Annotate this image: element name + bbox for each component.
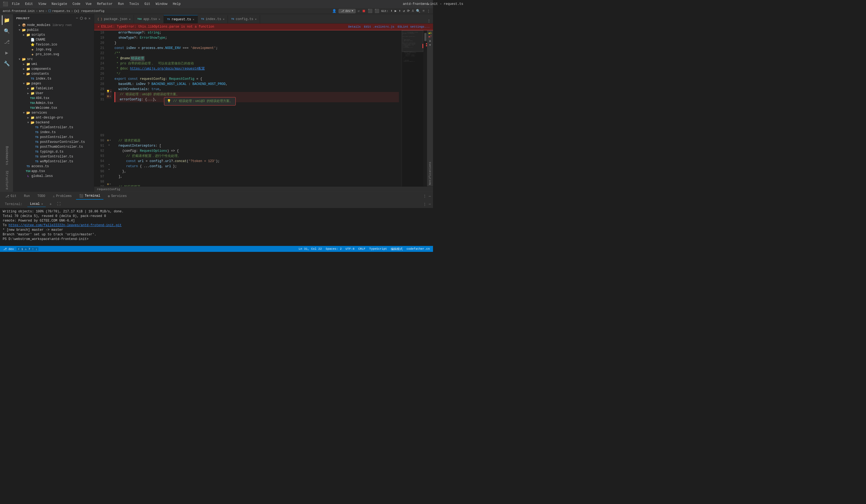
tree-item-components[interactable]: ▶ 📁 components (13, 67, 94, 71)
run-build-icon[interactable]: ⬛ (368, 9, 373, 13)
sidebar-collapse-icon[interactable]: − (76, 16, 78, 21)
activity-search[interactable]: 🔍 (2, 26, 11, 36)
menu-vue[interactable]: Vue (84, 2, 93, 7)
status-errors[interactable]: ⚡ 1 ⚠ 7 ↑ ↓ (16, 247, 38, 251)
menu-run[interactable]: Run (116, 2, 125, 7)
breadcrumb-app[interactable]: antd-frontend-init (3, 10, 35, 13)
tree-item-wxMpController[interactable]: TS wxMpController.ts (13, 159, 94, 164)
tree-item-welcome[interactable]: TSX Welcome.tsx (13, 105, 94, 110)
git-update-icon[interactable]: ⬇ (390, 9, 392, 13)
tree-item-postFavourController[interactable]: TS postFavourController.ts (13, 139, 94, 144)
git-push-icon[interactable]: ▶ (395, 9, 397, 13)
settings-gutter-icon[interactable]: ⚙ (107, 139, 109, 142)
status-language[interactable]: TypeScript (368, 247, 388, 250)
run-debug-icon[interactable]: ⬛ (375, 9, 379, 13)
terminal-tab-local[interactable]: Local ✕ (27, 201, 46, 207)
breadcrumb-symbol[interactable]: {x} requestConfig (74, 10, 104, 13)
menu-navigate[interactable]: Navigate (50, 2, 69, 7)
git-pull-icon[interactable]: ⬆ (399, 9, 401, 13)
refresh-icon[interactable]: ↺ (358, 9, 360, 13)
status-encoding[interactable]: UTF-8 (344, 247, 356, 250)
expand-arrow[interactable]: ▶ (26, 115, 30, 120)
status-spaces[interactable]: Spaces: 2 (324, 247, 343, 250)
tab-close-button[interactable]: ✕ (223, 18, 224, 21)
bottom-tab-todo[interactable]: TODO (34, 193, 48, 199)
tree-item-cname[interactable]: 📄 CNAME (13, 37, 94, 42)
status-line-ending[interactable]: CRLF (357, 247, 366, 250)
expand-arrow[interactable]: ▼ (17, 28, 22, 32)
fold-icon[interactable]: ▾ (108, 144, 110, 147)
tree-item-global-less[interactable]: L global.less (13, 174, 94, 179)
bottom-tab-git[interactable]: ⎇ Git (2, 193, 20, 199)
tab-more-icon[interactable]: ⋮ (427, 19, 431, 23)
settings-gutter-icon[interactable]: ⚙ (107, 183, 109, 186)
terminal-minimize-icon[interactable]: — (429, 194, 431, 198)
activity-debug[interactable]: ▶ (2, 48, 11, 57)
tab-close-button[interactable]: ✕ (129, 18, 131, 21)
status-line-col[interactable]: Ln 31, Col 22 (297, 247, 323, 250)
activity-structure[interactable]: Structure (2, 169, 11, 192)
branch-selector[interactable]: ⎇ dev ▼ (338, 9, 356, 13)
sidebar-header[interactable]: PROJECT − ⬡ ⚙ ✕ (13, 14, 94, 23)
menu-git[interactable]: Git (143, 2, 152, 7)
tab-request-ts[interactable]: TS request.ts ✕ (164, 15, 198, 23)
bottom-tab-problems[interactable]: ⚠ Problems (49, 193, 75, 199)
notifications-icon[interactable]: Notifications (429, 162, 432, 185)
tree-item-backend-index[interactable]: TS index.ts (13, 130, 94, 135)
tree-item-app-tsx[interactable]: TSX app.tsx (13, 169, 94, 174)
expand-arrow[interactable]: ▼ (22, 72, 26, 76)
expand-terminal-button[interactable]: ⛶ (55, 201, 62, 207)
expand-arrow[interactable]: ▶ (17, 23, 22, 27)
fold-icon[interactable]: ▾ (109, 183, 111, 186)
run-stop-icon[interactable]: ⏹ (362, 9, 366, 13)
breadcrumb-file[interactable]: {} request.ts (48, 10, 70, 13)
tree-item-antd-design-pro[interactable]: ▶ 📁 ant-design-pro (13, 115, 94, 120)
fold-icon[interactable]: ▾ (109, 95, 111, 98)
status-git-branch[interactable]: ⎇ dev (2, 247, 15, 251)
tree-item-postThumbController[interactable]: TS postThumbController.ts (13, 144, 94, 149)
tab-close-button[interactable]: ✕ (255, 18, 257, 21)
scrollbar[interactable] (423, 30, 427, 187)
tab-close-button[interactable]: ✕ (158, 18, 160, 21)
sidebar-expand-icon[interactable]: ⬡ (80, 16, 83, 21)
menu-view[interactable]: View (37, 2, 48, 7)
tree-item-postController[interactable]: TS postController.ts (13, 135, 94, 139)
menu-refactor[interactable]: Refactor (95, 2, 114, 7)
tree-item-src[interactable]: ▼ 📂 src (13, 57, 94, 62)
translate-icon[interactable]: A (412, 9, 414, 13)
tree-item-public[interactable]: ▼ 📂 public (13, 27, 94, 32)
tab-config-ts[interactable]: TS config.ts ✕ (228, 15, 260, 23)
expand-arrow[interactable]: ▶ (26, 86, 30, 91)
tree-item-scripts[interactable]: ▶ 📁 scripts (13, 32, 94, 37)
tree-item-node_modules[interactable]: ▶ 📦 node_modules library root (13, 23, 94, 27)
doc-link[interactable]: https://umijs.org/docs/max/request#配置 (130, 66, 205, 71)
tab-app-tsx[interactable]: TSX app.tsx ✕ (134, 15, 164, 23)
sidebar-close-icon[interactable]: ✕ (89, 16, 91, 21)
notification-down-icon[interactable]: ▼ (429, 44, 431, 47)
menu-code[interactable]: Code (71, 2, 82, 7)
run-widget-icon[interactable]: ▸ (110, 90, 111, 93)
activity-git[interactable]: ⎇ (2, 37, 11, 46)
expand-arrow[interactable]: ▼ (22, 81, 26, 86)
expand-arrow[interactable]: ▶ (22, 67, 26, 71)
tree-item-umi[interactable]: ▶ 📁 umi (13, 62, 94, 67)
terminal-close-icon[interactable]: — (429, 202, 431, 206)
terminal-content[interactable]: Writing objects: 100% (70/70), 217.17 Ki… (0, 208, 433, 246)
expand-arrow[interactable]: ▶ (22, 62, 26, 66)
tree-item-pro-icon-svg[interactable]: ◈ pro_icon.svg (13, 52, 94, 57)
tree-item-pages[interactable]: ▼ 📂 pages (13, 81, 94, 86)
code-content[interactable]: errorMessage?: string; showType?: ErrorS… (112, 30, 402, 187)
settings-gutter-icon[interactable]: ⚙ (107, 95, 109, 98)
settings-icon[interactable]: ≡ (422, 9, 425, 13)
tree-item-user[interactable]: ▶ 📁 User (13, 91, 94, 96)
expand-arrow[interactable]: ▼ (22, 111, 26, 115)
tree-item-services[interactable]: ▼ 📂 services (13, 110, 94, 115)
tree-item-fileController[interactable]: TS fileController.ts (13, 125, 94, 130)
tree-item-admin[interactable]: TSX Admin.tsx (13, 101, 94, 105)
bottom-tab-services[interactable]: ⚙ Services (104, 193, 130, 199)
menu-help[interactable]: Help (171, 2, 182, 7)
error-eslint-settings-button[interactable]: ESLint settings... (398, 25, 430, 29)
bottom-tab-terminal[interactable]: ⬛ Terminal (76, 193, 104, 200)
tab-index-ts[interactable]: TS index.ts ✕ (198, 15, 228, 23)
more-icon[interactable]: ⋮ (427, 9, 430, 13)
